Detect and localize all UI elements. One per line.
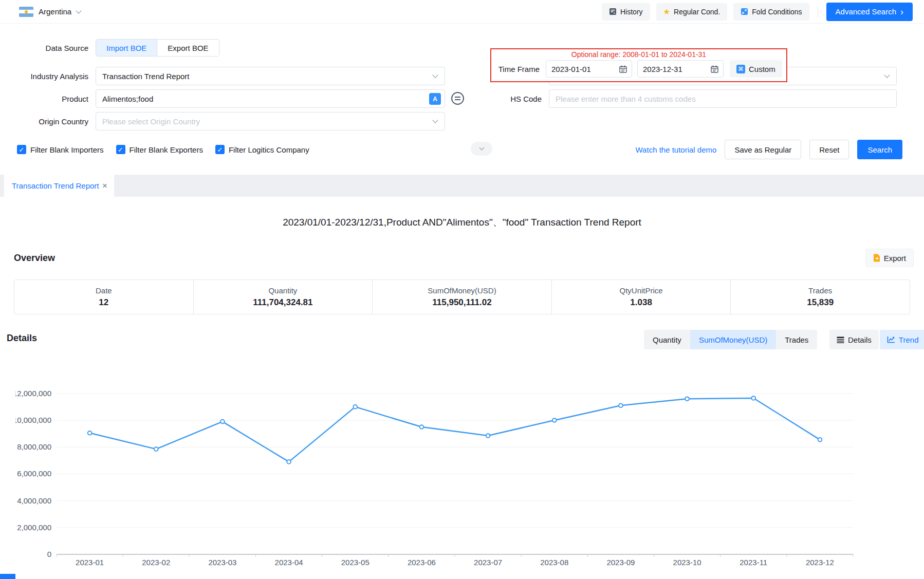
data-source-switch: Import BOE Export BOE xyxy=(96,39,219,57)
trend-chart[interactable]: 02,000,0004,000,0006,000,0008,000,00010,… xyxy=(15,353,910,575)
optional-range-note: Optional range: 2008-01-01 to 2024-01-31 xyxy=(491,50,786,59)
stat-value: 12 xyxy=(99,297,108,308)
stat-value: 115,950,111.02 xyxy=(432,297,491,308)
top-bar-actions: History ★ Regular Cond. Fold Conditions … xyxy=(602,3,913,21)
stat-value: 1.038 xyxy=(630,297,652,308)
stat-trades: Trades 15,839 xyxy=(731,280,910,314)
regular-cond-button[interactable]: ★ Regular Cond. xyxy=(656,3,728,21)
trend-line-chart[interactable]: 02,000,0004,000,0006,000,0008,000,00010,… xyxy=(15,353,910,575)
chevron-down-icon xyxy=(76,8,82,13)
tab-transaction-trend-report[interactable]: Transaction Trend Report × xyxy=(4,175,114,197)
view-toggle-group: Details Trend xyxy=(829,330,924,349)
time-frame-label: Time Frame xyxy=(491,65,540,73)
view-tab-details[interactable]: Details xyxy=(829,330,879,349)
product-input-wrap: A xyxy=(96,89,445,108)
svg-text:2023-05: 2023-05 xyxy=(341,558,369,567)
top-bar: Argentina History ★ Regular Cond. Fold C… xyxy=(0,0,924,24)
hs-code-row: HS Code xyxy=(447,89,897,108)
regular-cond-label: Regular Cond. xyxy=(674,8,720,16)
trend-chart-icon xyxy=(887,336,895,343)
svg-text:2023-06: 2023-06 xyxy=(408,558,436,567)
time-frame-highlight-box: Optional range: 2008-01-01 to 2024-01-31… xyxy=(490,48,787,82)
tutorial-link[interactable]: Watch the tutorial demo xyxy=(636,145,717,154)
bottom-filter-row: ✓ Filter Blank Importers ✓ Filter Blank … xyxy=(17,140,914,159)
svg-text:2023-10: 2023-10 xyxy=(673,558,701,567)
metric-tab-trades[interactable]: Trades xyxy=(776,330,817,349)
end-date-value: 2023-12-31 xyxy=(643,65,682,73)
reset-button[interactable]: Reset xyxy=(809,140,849,159)
advanced-search-button[interactable]: Advanced Search › xyxy=(826,3,913,21)
chevron-down-icon xyxy=(479,145,484,151)
metric-toggle-group: Quantity SumOfMoney(USD) Trades xyxy=(644,330,817,349)
origin-country-select[interactable]: Please select Origin Country xyxy=(96,112,445,130)
chevron-down-icon xyxy=(884,72,890,78)
country-selector[interactable]: Argentina xyxy=(19,7,81,17)
origin-country-placeholder: Please select Origin Country xyxy=(102,117,200,126)
import-boe-tab[interactable]: Import BOE xyxy=(96,40,157,56)
industry-analysis-row: Industry Analysis Transaction Trend Repo… xyxy=(0,67,445,85)
export-boe-tab[interactable]: Export BOE xyxy=(157,40,218,56)
export-button[interactable]: Export xyxy=(865,249,914,267)
page: Argentina History ★ Regular Cond. Fold C… xyxy=(0,0,924,579)
search-button[interactable]: Search xyxy=(857,140,902,159)
svg-text:2023-02: 2023-02 xyxy=(142,558,170,567)
svg-text:2023-12: 2023-12 xyxy=(806,558,834,567)
bottom-left-blue-strip xyxy=(0,574,15,579)
filter-blank-importers-checkbox[interactable]: ✓ Filter Blank Importers xyxy=(17,145,104,154)
history-icon xyxy=(609,8,617,15)
stat-label: Trades xyxy=(808,286,832,295)
product-input[interactable] xyxy=(102,95,425,103)
end-date-input[interactable]: 2023-12-31 xyxy=(637,60,724,78)
svg-text:8,000,000: 8,000,000 xyxy=(17,442,51,451)
fold-icon xyxy=(741,8,748,15)
origin-country-label: Origin Country xyxy=(0,117,88,126)
fold-conditions-button[interactable]: Fold Conditions xyxy=(733,3,809,21)
svg-text:12,000,000: 12,000,000 xyxy=(15,389,51,398)
checkbox-label: Filter Blank Exporters xyxy=(130,145,203,154)
stat-label: SumOfMoney(USD) xyxy=(428,286,496,295)
data-source-label: Data Source xyxy=(0,44,88,52)
filter-blank-exporters-checkbox[interactable]: ✓ Filter Blank Exporters xyxy=(116,145,203,154)
custom-label: Custom xyxy=(749,65,775,73)
stat-label: Quantity xyxy=(268,286,297,295)
filter-logitics-company-checkbox[interactable]: ✓ Filter Logitics Company xyxy=(215,145,309,154)
expand-conditions-button[interactable] xyxy=(471,142,492,156)
translate-icon[interactable]: A xyxy=(429,93,441,105)
checkbox-checked-icon: ✓ xyxy=(17,145,26,154)
start-date-input[interactable]: 2023-01-01 xyxy=(546,60,632,78)
chevron-down-icon xyxy=(432,72,438,78)
svg-text:4,000,000: 4,000,000 xyxy=(17,496,51,505)
product-label: Product xyxy=(0,95,88,103)
data-source-row: Data Source Import BOE Export BOE xyxy=(0,39,219,57)
svg-text:0: 0 xyxy=(47,550,51,558)
svg-text:2023-08: 2023-08 xyxy=(540,558,568,567)
custom-icon: ⌘ xyxy=(736,65,745,73)
search-filter-panel: Data Source Import BOE Export BOE Option… xyxy=(0,24,924,175)
country-name: Argentina xyxy=(39,7,71,16)
argentina-flag-icon xyxy=(19,7,33,17)
custom-range-button[interactable]: ⌘ Custom xyxy=(730,60,782,78)
stat-label: Date xyxy=(96,286,112,295)
stat-qty-unit-price: QtyUnitPrice 1.038 xyxy=(552,280,731,314)
metric-tab-quantity[interactable]: Quantity xyxy=(644,330,690,349)
checkbox-checked-icon: ✓ xyxy=(215,145,225,154)
view-details-label: Details xyxy=(848,335,872,344)
stat-value: 15,839 xyxy=(807,297,834,308)
view-tab-trend[interactable]: Trend xyxy=(880,330,924,349)
result-tab-strip: Transaction Trend Report × xyxy=(0,175,924,197)
checkbox-checked-icon: ✓ xyxy=(116,145,125,154)
calendar-icon[interactable] xyxy=(619,65,627,73)
overview-heading: Overview xyxy=(14,253,55,264)
save-as-regular-button[interactable]: Save as Regular xyxy=(725,140,801,159)
chevron-right-icon: › xyxy=(900,7,903,16)
origin-country-row: Origin Country Please select Origin Coun… xyxy=(0,112,445,130)
metric-tab-sum-of-money[interactable]: SumOfMoney(USD) xyxy=(690,330,776,349)
hs-code-input[interactable] xyxy=(556,95,879,103)
calendar-icon[interactable] xyxy=(710,65,719,73)
close-icon[interactable]: × xyxy=(102,181,107,191)
fold-conditions-label: Fold Conditions xyxy=(752,8,802,16)
history-button[interactable]: History xyxy=(602,3,650,21)
industry-analysis-select[interactable]: Transaction Trend Report xyxy=(96,67,445,85)
product-row: Product A xyxy=(0,89,445,108)
start-date-value: 2023-01-01 xyxy=(551,65,591,73)
